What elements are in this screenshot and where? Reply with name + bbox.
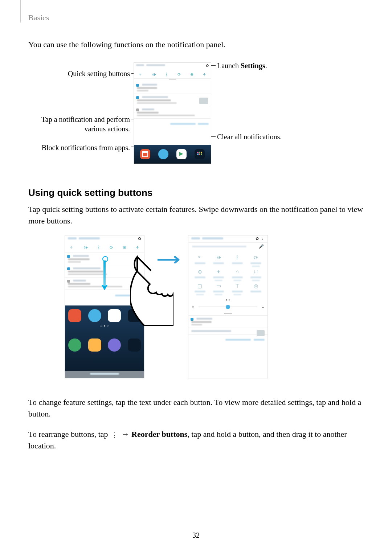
airplane-icon: ✈ — [216, 268, 221, 275]
bluetooth-icon: ᛒ — [97, 245, 100, 250]
panel-footer-buttons — [188, 334, 268, 341]
home-screen: ⌂ ● ○ — [65, 305, 144, 378]
file-icon: ▭ — [216, 283, 221, 289]
app-icon — [128, 309, 141, 322]
brightness-slider: ☼ ⌄ — [191, 303, 265, 312]
notification-item — [134, 82, 211, 94]
rotate-icon: ⟳ — [254, 254, 258, 261]
app-icon — [68, 309, 81, 322]
callout-clear-all: Clear all notifications. — [217, 132, 282, 141]
section-heading: Using quick setting buttons — [28, 187, 364, 198]
bluetooth-icon: ᛒ — [236, 254, 239, 261]
panel-statusbar: ✿ — [134, 63, 211, 69]
airplane-icon: ✈ — [136, 245, 139, 250]
callout-launch-pre: Launch — [217, 62, 241, 70]
brightness-icon: ☼ — [191, 304, 195, 309]
sync-icon: ⊤ — [235, 283, 240, 289]
para3-bold: Reorder buttons — [131, 430, 187, 439]
location-icon: ◎ — [254, 283, 258, 289]
app-icon — [88, 338, 101, 352]
transition-arrow-icon — [158, 256, 183, 263]
callout-block: Block notifications from apps. — [42, 143, 130, 152]
quick-settings-grid: ᯤ 🕪 ᛒ ⟳ ⊕ ✈ ⌂ ↓↑ ▢ ▭ ⊤ ◎ — [188, 251, 268, 297]
gear-icon: ✿ — [138, 236, 141, 241]
app-icon — [176, 149, 187, 159]
app-icon — [195, 149, 205, 159]
intro-text: You can use the following functions on t… — [28, 39, 364, 50]
status-date-placeholder — [146, 64, 165, 66]
flashlight-icon: ⊕ — [198, 268, 202, 275]
app-icon — [140, 149, 150, 159]
sound-icon: 🕪 — [83, 245, 88, 250]
search-row: 🎤 — [191, 244, 265, 251]
wifi-icon: ᯤ — [70, 245, 74, 250]
panel-footer — [65, 290, 144, 296]
notif-thumbnail — [199, 98, 208, 104]
wifi-icon: ᯤ — [139, 72, 143, 77]
callout-launch-bold: Settings — [241, 62, 265, 70]
home-dock — [134, 145, 211, 164]
bluetooth-icon: ᛒ — [166, 72, 168, 77]
chevron-down-icon: ⌄ — [261, 304, 265, 309]
callout-launch-settings: Launch Settings. — [217, 61, 267, 70]
panel-footer-buttons — [134, 119, 211, 125]
status-time-placeholder — [136, 64, 144, 66]
quick-settings-row: ᯤ 🕪 ᛒ ⟳ ⊕ ✈ — [134, 69, 211, 79]
quick-settings-row: ᯤ 🕪 ᛒ ⟳ ⊕ ✈ — [65, 243, 144, 253]
page-number: 32 — [0, 531, 392, 539]
wifi-icon: ᯤ — [197, 254, 203, 261]
notif-app-icon — [136, 108, 139, 111]
swipe-down-indicator — [102, 256, 107, 289]
datasaver-icon: ↓↑ — [253, 268, 258, 275]
app-icon — [68, 338, 81, 352]
mic-icon: 🎤 — [259, 244, 264, 249]
gear-icon: ✿ — [206, 63, 209, 67]
header-section: Basics — [28, 13, 49, 22]
hotspot-icon: ⌂ — [236, 268, 239, 275]
notification-item — [188, 315, 268, 328]
callout-quick-buttons: Quick setting buttons — [68, 69, 130, 78]
notification-item — [188, 328, 268, 334]
notification-item — [134, 106, 211, 119]
app-icon — [108, 338, 121, 352]
app-icon — [108, 309, 121, 322]
page-indicator: ⌂ ● ○ — [65, 324, 144, 328]
notification-item — [134, 94, 211, 106]
callout-tap-notification: Tap a notification and perform various a… — [41, 115, 130, 134]
panel-handle — [134, 79, 211, 82]
app-icon — [158, 149, 168, 159]
flashlight-icon: ⊕ — [123, 245, 126, 250]
more-vertical-icon: ⋮ — [111, 432, 118, 438]
flashlight-icon: ⊕ — [190, 72, 193, 77]
para-reorder: To rearrange buttons, tap ⋮ → Reorder bu… — [28, 428, 364, 452]
callout-tap-line1: Tap a notification and perform — [41, 115, 130, 123]
airplane-icon: ✈ — [203, 72, 206, 77]
voice-search-bar — [65, 371, 144, 378]
notif-app-icon — [136, 84, 139, 87]
callout-launch-post: . — [265, 62, 267, 70]
para3-pre: To rearrange buttons, tap — [28, 430, 110, 439]
rotate-icon: ⟳ — [110, 245, 113, 250]
callout-tap-line2: various actions. — [84, 125, 130, 133]
figure-annotated-panel: Quick setting buttons Tap a notification… — [28, 62, 362, 168]
para3-mid: → — [119, 430, 131, 439]
gear-icon: ✿ — [256, 236, 259, 241]
rotate-icon: ⟳ — [177, 72, 181, 77]
sound-icon: 🕪 — [152, 72, 156, 77]
phone-mock-expanded-panel: ✿ ⋮ 🎤 ᯤ 🕪 ᛒ ⟳ ⊕ ✈ ⌂ ↓↑ ▢ ▭ ⊤ ◎ ● ○ — [188, 235, 268, 378]
more-icon: ⋮ — [261, 236, 265, 241]
phone-mock-notification-panel: ✿ ᯤ 🕪 ᛒ ⟳ ⊕ ✈ — [134, 62, 211, 164]
para-change-settings: To change feature settings, tap the text… — [28, 397, 364, 420]
panel-pager: ● ○ — [188, 298, 268, 301]
app-icon — [88, 309, 101, 322]
header-rule — [20, 0, 21, 22]
figure-swipe-expand: ✿ ᯤ 🕪 ᛒ ⟳ ⊕ ✈ — [28, 235, 362, 386]
nfc-icon: ▢ — [197, 283, 202, 289]
para-quick-settings: Tap quick setting buttons to activate ce… — [28, 204, 364, 227]
sound-icon: 🕪 — [216, 254, 221, 261]
app-icon — [128, 338, 141, 352]
notif-app-icon — [136, 96, 139, 99]
